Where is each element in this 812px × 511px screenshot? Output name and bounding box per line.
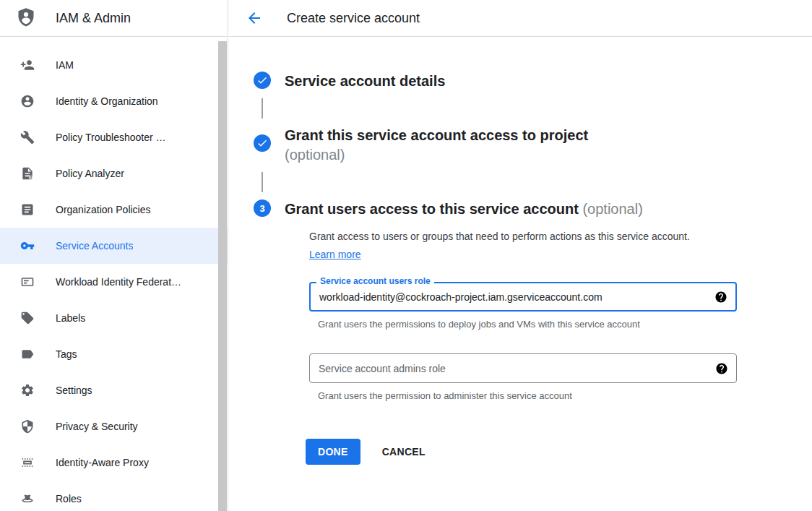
help-icon[interactable] [715, 362, 728, 375]
step-3-optional-label: (optional) [582, 201, 642, 217]
sidebar-header: IAM & Admin [0, 0, 228, 37]
account-circle-icon [20, 94, 35, 108]
step-3-grant-users-access: 3 Grant users access to this service acc… [254, 199, 812, 219]
sidebar-title: IAM & Admin [56, 11, 131, 26]
proxy-icon [20, 455, 35, 470]
tag-arrow-icon [20, 347, 35, 361]
sidebar-item-organization-policies[interactable]: Organization Policies [0, 192, 228, 228]
sidebar-item-settings[interactable]: Settings [0, 372, 228, 408]
step-2-title: Grant this service account access to pro… [285, 126, 588, 165]
admins-role-helper-text: Grant users the permission to administer… [318, 390, 737, 403]
sidebar-item-label: Roles [56, 493, 82, 504]
users-role-field-label: Service account users role [316, 276, 434, 286]
sidebar-item-label: Organization Policies [56, 204, 151, 215]
step-1-service-account-details: Service account details [254, 72, 812, 91]
step-1-title: Service account details [285, 72, 445, 91]
sidebar-item-identity-aware-proxy[interactable]: Identity-Aware Proxy [0, 445, 228, 481]
step-2-grant-access-to-project: Grant this service account access to pro… [254, 126, 812, 165]
help-icon[interactable] [714, 291, 727, 304]
service-account-users-role-field: Service account users role [309, 282, 737, 312]
sidebar-item-labels[interactable]: Labels [0, 300, 228, 336]
cancel-button[interactable]: CANCEL [382, 446, 426, 458]
gear-icon [20, 383, 35, 398]
sidebar-nav: IAM Identity & Organization Policy Troub… [0, 37, 228, 511]
roles-hat-icon [20, 491, 35, 506]
users-role-input[interactable] [311, 283, 698, 310]
done-button[interactable]: DONE [306, 439, 360, 465]
sidebar: IAM & Admin IAM Identity & Organization … [0, 0, 228, 511]
main-panel: Create service account Service account d… [229, 0, 812, 511]
sidebar-item-label: Service Accounts [56, 240, 133, 252]
sidebar-item-label: IAM [56, 59, 74, 71]
person-add-icon [20, 58, 35, 72]
service-account-admins-role-field [309, 353, 737, 383]
sidebar-item-label: Settings [56, 385, 92, 396]
sidebar-item-workload-identity-federation[interactable]: Workload Identity Federat… [0, 264, 228, 300]
action-buttons: DONE CANCEL [306, 439, 737, 465]
users-role-helper-text: Grant users the permissions to deploy jo… [318, 318, 737, 331]
sidebar-item-privacy-security[interactable]: Privacy & Security [0, 408, 228, 445]
learn-more-link[interactable]: Learn more [309, 249, 361, 260]
step-3-title: Grant users access to this service accou… [285, 199, 643, 219]
sidebar-item-label: Identity-Aware Proxy [56, 457, 149, 468]
sidebar-item-identity-organization[interactable]: Identity & Organization [0, 83, 228, 119]
wrench-icon [20, 130, 35, 145]
sidebar-item-label: Privacy & Security [56, 421, 138, 432]
sidebar-item-label: Workload Identity Federat… [56, 276, 181, 288]
step-2-optional-label: (optional) [285, 147, 345, 163]
back-arrow-icon[interactable] [246, 9, 263, 27]
sidebar-item-policy-troubleshooter[interactable]: Policy Troubleshooter … [0, 119, 228, 155]
page-header: Create service account [229, 0, 812, 37]
sidebar-item-service-accounts[interactable]: Service Accounts [0, 228, 228, 264]
sidebar-item-iam[interactable]: IAM [0, 47, 228, 83]
sidebar-item-tags[interactable]: Tags [0, 336, 228, 372]
step-complete-check-icon [254, 72, 271, 89]
sidebar-item-label: Policy Analyzer [56, 168, 124, 179]
sidebar-item-roles[interactable]: Roles [0, 481, 228, 511]
shield-icon [20, 419, 35, 434]
sidebar-item-policy-analyzer[interactable]: Policy Analyzer [0, 155, 228, 192]
identity-card-icon [20, 275, 35, 289]
service-account-key-icon [20, 239, 35, 253]
wizard: Service account details Grant this servi… [229, 37, 812, 465]
org-policies-icon [20, 202, 35, 217]
sidebar-item-label: Labels [56, 312, 85, 324]
step-3-body: Grant access to users or groups that nee… [309, 228, 737, 465]
step-connector [262, 98, 263, 119]
sidebar-item-label: Policy Troubleshooter … [56, 132, 166, 143]
policy-analyzer-icon [20, 166, 35, 181]
step-complete-check-icon [254, 134, 271, 152]
admins-role-input[interactable] [310, 354, 699, 382]
sidebar-item-label: Identity & Organization [56, 95, 158, 107]
label-tag-icon [20, 311, 35, 325]
step-3-number-badge: 3 [254, 199, 271, 217]
iam-admin-logo-shield-icon [16, 7, 36, 30]
step-3-description: Grant access to users or groups that nee… [309, 228, 714, 264]
sidebar-scrollbar-thumb[interactable] [218, 41, 227, 511]
page-title: Create service account [287, 11, 420, 26]
sidebar-item-label: Tags [56, 348, 77, 360]
step-connector [262, 172, 263, 192]
